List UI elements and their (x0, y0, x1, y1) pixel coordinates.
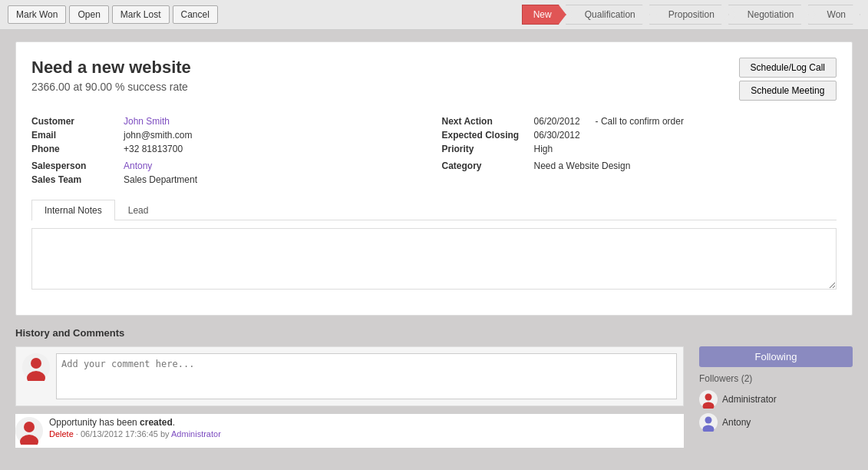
card-header: Need a new website 2366.00 at 90.00 % su… (31, 58, 837, 101)
cancel-button[interactable]: Cancel (173, 5, 218, 24)
history-layout: Opportunity has been created. Delete · 0… (15, 346, 853, 455)
email-value: john@smith.com (124, 130, 193, 141)
stage-new[interactable]: New (522, 5, 566, 25)
opportunity-title: Need a new website (31, 58, 191, 78)
salesperson-value[interactable]: Antony (124, 161, 152, 171)
stage-negotiation[interactable]: Negotiation (728, 5, 809, 25)
mark-lost-button[interactable]: Mark Lost (112, 5, 170, 24)
history-entry-0: Opportunity has been created. Delete · 0… (15, 414, 684, 448)
email-field: Email john@smith.com (31, 130, 427, 141)
tabs: Internal Notes Lead (31, 200, 837, 220)
customer-label: Customer (31, 116, 116, 127)
sales-team-value: Sales Department (124, 174, 197, 185)
category-label: Category (442, 161, 526, 171)
internal-notes-textarea[interactable] (31, 228, 837, 290)
expected-closing-date: 06/30/2012 (534, 130, 580, 141)
schedule-meeting-button[interactable]: Schedule Meeting (739, 81, 837, 101)
svg-point-10 (705, 417, 712, 424)
history-text-after: . (173, 417, 175, 428)
follower-name-1: Antony (722, 417, 751, 428)
pipeline: New Qualification Proposition Negotiatio… (523, 5, 860, 25)
history-text-before: Opportunity has been (49, 417, 140, 428)
history-section: History and Comments (15, 327, 853, 455)
schedule-call-button[interactable]: Schedule/Log Call (739, 58, 837, 78)
history-title: History and Comments (15, 327, 853, 339)
opportunity-subtitle: 2366.00 at 90.00 % success rate (31, 81, 191, 93)
phone-label: Phone (31, 144, 116, 154)
comment-box (15, 346, 684, 406)
content-area: Need a new website 2366.00 at 90.00 % su… (0, 30, 868, 467)
category-value: Need a Website Design (534, 161, 631, 171)
next-action-label: Next Action (442, 116, 526, 127)
phone-field: Phone +32 81813700 (31, 144, 427, 154)
stage-proposition[interactable]: Proposition (649, 5, 729, 25)
history-delete-link[interactable]: Delete (49, 429, 74, 439)
follower-item-1: Antony (699, 413, 853, 432)
history-text-bold: created (140, 417, 173, 428)
mark-won-button[interactable]: Mark Won (8, 5, 66, 24)
followers-title: Followers (2) (699, 373, 853, 384)
salesperson-field: Salesperson Antony (31, 161, 427, 171)
follower-item-0: Administrator (699, 390, 853, 409)
history-main: Opportunity has been created. Delete · 0… (15, 346, 684, 455)
followers-side: Following Followers (2) Administrator (699, 346, 853, 455)
customer-field: Customer John Smith (31, 116, 427, 127)
svg-point-1 (31, 358, 41, 369)
left-fields: Customer John Smith Email john@smith.com… (31, 116, 427, 188)
history-text-0: Opportunity has been created. Delete · 0… (49, 417, 221, 439)
follower-name-0: Administrator (722, 394, 777, 405)
next-action-date: 06/20/2012 (534, 116, 580, 127)
phone-value: +32 81813700 (124, 144, 183, 154)
open-button[interactable]: Open (69, 5, 108, 24)
history-meta-date: · 06/13/2012 17:36:45 by (76, 429, 171, 439)
toolbar: Mark Won Open Mark Lost Cancel New Quali… (0, 0, 868, 30)
next-action-field: Next Action 06/20/2012 - Call to confirm… (442, 116, 837, 127)
svg-point-4 (24, 422, 35, 432)
svg-point-7 (705, 394, 712, 401)
stage-won[interactable]: Won (808, 5, 860, 25)
customer-value[interactable]: John Smith (124, 116, 170, 127)
priority-field: Priority High (442, 144, 837, 154)
stage-qualification[interactable]: Qualification (566, 5, 650, 25)
expected-closing-label: Expected Closing (442, 130, 526, 141)
following-button[interactable]: Following (699, 346, 853, 367)
right-fields: Next Action 06/20/2012 - Call to confirm… (442, 116, 837, 188)
comment-textarea[interactable] (56, 353, 677, 399)
tab-lead[interactable]: Lead (115, 200, 162, 220)
next-action-note: - Call to confirm order (596, 116, 684, 127)
priority-label: Priority (442, 144, 526, 154)
history-author-link[interactable]: Administrator (171, 429, 221, 439)
history-meta-0: Delete · 06/13/2012 17:36:45 by Administ… (49, 429, 221, 439)
expected-closing-field: Expected Closing 06/30/2012 (442, 130, 837, 141)
priority-value: High (534, 144, 553, 154)
comment-avatar (22, 353, 50, 381)
sales-team-field: Sales Team Sales Department (31, 174, 427, 185)
category-field: Category Need a Website Design (442, 161, 837, 171)
card-actions: Schedule/Log Call Schedule Meeting (739, 58, 837, 101)
history-avatar-0 (15, 417, 43, 445)
card-title: Need a new website 2366.00 at 90.00 % su… (31, 58, 191, 93)
tab-content (31, 220, 837, 300)
sales-team-label: Sales Team (31, 174, 116, 185)
tab-internal-notes[interactable]: Internal Notes (31, 200, 115, 220)
salesperson-label: Salesperson (31, 161, 116, 171)
email-label: Email (31, 130, 116, 141)
follower-avatar-1 (699, 413, 718, 432)
opportunity-card: Need a new website 2366.00 at 90.00 % su… (15, 41, 853, 316)
follower-avatar-0 (699, 390, 718, 409)
fields-section: Customer John Smith Email john@smith.com… (31, 116, 837, 188)
